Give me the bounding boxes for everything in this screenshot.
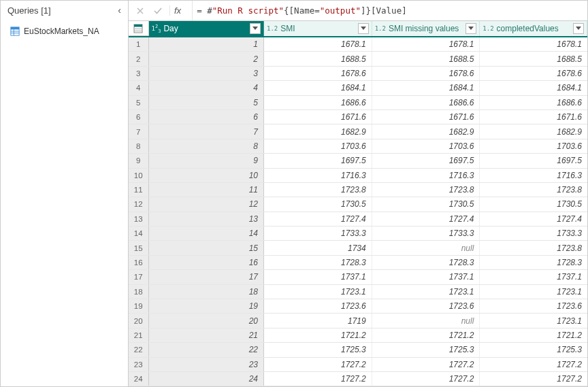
cell-completed[interactable]: 1727.4: [480, 212, 587, 226]
cell-day[interactable]: 18: [149, 285, 264, 299]
cell-smi-missing[interactable]: 1723.1: [372, 285, 480, 299]
cell-smi-missing[interactable]: 1725.3: [372, 343, 480, 356]
cell-day[interactable]: 7: [149, 124, 264, 138]
cell-day[interactable]: 21: [149, 329, 264, 342]
cell-day[interactable]: 24: [149, 372, 264, 386]
cell-completed[interactable]: 1728.3: [480, 256, 587, 269]
cell-completed[interactable]: 1723.1: [480, 285, 587, 299]
table-row[interactable]: 111678.11678.11678.1: [129, 37, 587, 52]
cell-smi-missing[interactable]: 1733.3: [372, 226, 480, 240]
row-number[interactable]: 5: [129, 96, 149, 110]
cell-day[interactable]: 22: [149, 343, 264, 356]
row-number[interactable]: 13: [129, 212, 149, 226]
query-item[interactable]: EuStockMarkets_NA: [1, 22, 128, 40]
cell-smi[interactable]: 1688.5: [264, 52, 372, 65]
cell-day[interactable]: 13: [149, 212, 264, 226]
column-header-smi[interactable]: 1.2 SMI: [264, 21, 372, 36]
cell-day[interactable]: 6: [149, 110, 264, 124]
cell-completed[interactable]: 1721.2: [480, 329, 587, 342]
cell-smi[interactable]: 1733.3: [264, 226, 372, 240]
cell-completed[interactable]: 1733.3: [480, 226, 587, 240]
cell-smi[interactable]: 1716.3: [264, 169, 372, 182]
cell-smi-missing[interactable]: 1728.3: [372, 256, 480, 269]
cell-smi-missing[interactable]: 1703.6: [372, 139, 480, 153]
cell-completed[interactable]: 1727.2: [480, 372, 587, 386]
table-row[interactable]: 23231727.21727.21727.2: [129, 358, 587, 372]
table-row[interactable]: 991697.51697.51697.5: [129, 154, 587, 168]
table-row[interactable]: 14141733.31733.31733.3: [129, 226, 587, 241]
cancel-formula-button[interactable]: [133, 3, 148, 18]
row-number[interactable]: 6: [129, 110, 149, 124]
row-number[interactable]: 2: [129, 52, 149, 65]
cell-smi[interactable]: 1723.1: [264, 285, 372, 299]
row-number[interactable]: 4: [129, 81, 149, 95]
cell-smi[interactable]: 1727.2: [264, 372, 372, 386]
table-row[interactable]: 19191723.61723.61723.6: [129, 299, 587, 314]
cell-day[interactable]: 17: [149, 270, 264, 284]
table-row[interactable]: 551686.61686.61686.6: [129, 96, 587, 110]
formula-input[interactable]: = #"Run R script"{[Name="output"]}[Value…: [192, 1, 583, 20]
cell-smi[interactable]: 1721.2: [264, 329, 372, 342]
cell-day[interactable]: 12: [149, 197, 264, 211]
cell-day[interactable]: 5: [149, 96, 264, 110]
filter-button[interactable]: [358, 23, 369, 34]
filter-button[interactable]: [250, 23, 261, 34]
row-number[interactable]: 24: [129, 372, 149, 386]
cell-smi[interactable]: 1682.9: [264, 124, 372, 138]
row-number[interactable]: 14: [129, 226, 149, 240]
cell-smi[interactable]: 1737.1: [264, 270, 372, 284]
row-number[interactable]: 17: [129, 270, 149, 284]
cell-day[interactable]: 9: [149, 154, 264, 167]
cell-smi-missing[interactable]: 1684.1: [372, 81, 480, 95]
cell-day[interactable]: 20: [149, 314, 264, 327]
table-row[interactable]: 441684.11684.11684.1: [129, 81, 587, 95]
table-row[interactable]: 331678.61678.61678.6: [129, 67, 587, 81]
cell-smi-missing[interactable]: 1688.5: [372, 52, 480, 65]
row-number[interactable]: 16: [129, 256, 149, 269]
cell-day[interactable]: 4: [149, 81, 264, 95]
cell-smi-missing[interactable]: 1678.1: [372, 37, 480, 51]
table-row[interactable]: 22221725.31725.31725.3: [129, 343, 587, 357]
table-row[interactable]: 10101716.31716.31716.3: [129, 169, 587, 183]
row-number[interactable]: 15: [129, 241, 149, 254]
table-row[interactable]: 16161728.31728.31728.3: [129, 256, 587, 270]
cell-smi[interactable]: 1723.6: [264, 299, 372, 313]
row-number[interactable]: 9: [129, 154, 149, 167]
row-number[interactable]: 11: [129, 183, 149, 197]
table-row[interactable]: 18181723.11723.11723.1: [129, 285, 587, 299]
filter-button[interactable]: [466, 23, 476, 34]
cell-smi[interactable]: 1719: [264, 314, 372, 327]
cell-smi[interactable]: 1730.5: [264, 197, 372, 211]
cell-day[interactable]: 14: [149, 226, 264, 240]
cell-smi-missing[interactable]: 1697.5: [372, 154, 480, 167]
filter-button[interactable]: [573, 23, 584, 34]
cell-completed[interactable]: 1723.8: [480, 183, 587, 197]
cell-smi[interactable]: 1684.1: [264, 81, 372, 95]
cell-smi[interactable]: 1725.3: [264, 343, 372, 356]
cell-completed[interactable]: 1716.3: [480, 169, 587, 182]
commit-formula-button[interactable]: [150, 3, 165, 18]
cell-smi[interactable]: 1727.2: [264, 358, 372, 371]
table-row[interactable]: 661671.61671.61671.6: [129, 110, 587, 124]
table-row[interactable]: 12121730.51730.51730.5: [129, 197, 587, 212]
cell-day[interactable]: 16: [149, 256, 264, 269]
cell-completed[interactable]: 1703.6: [480, 139, 587, 153]
cell-smi[interactable]: 1703.6: [264, 139, 372, 153]
fx-label[interactable]: fx: [169, 5, 185, 16]
cell-smi-missing[interactable]: 1682.9: [372, 124, 480, 138]
row-number[interactable]: 23: [129, 358, 149, 371]
table-row[interactable]: 221688.51688.51688.5: [129, 52, 587, 66]
cell-completed[interactable]: 1730.5: [480, 197, 587, 211]
table-row[interactable]: 24241727.21727.21727.2: [129, 372, 587, 386]
cell-day[interactable]: 8: [149, 139, 264, 153]
row-number[interactable]: 20: [129, 314, 149, 327]
cell-completed[interactable]: 1723.8: [480, 241, 587, 254]
column-header-day[interactable]: 123 Day: [149, 21, 264, 36]
cell-smi[interactable]: 1723.8: [264, 183, 372, 197]
table-row[interactable]: 17171737.11737.11737.1: [129, 270, 587, 284]
cell-smi-missing[interactable]: null: [372, 314, 480, 327]
cell-smi-missing[interactable]: 1678.6: [372, 67, 480, 80]
cell-completed[interactable]: 1697.5: [480, 154, 587, 167]
cell-smi-missing[interactable]: 1727.4: [372, 212, 480, 226]
row-number[interactable]: 7: [129, 124, 149, 138]
